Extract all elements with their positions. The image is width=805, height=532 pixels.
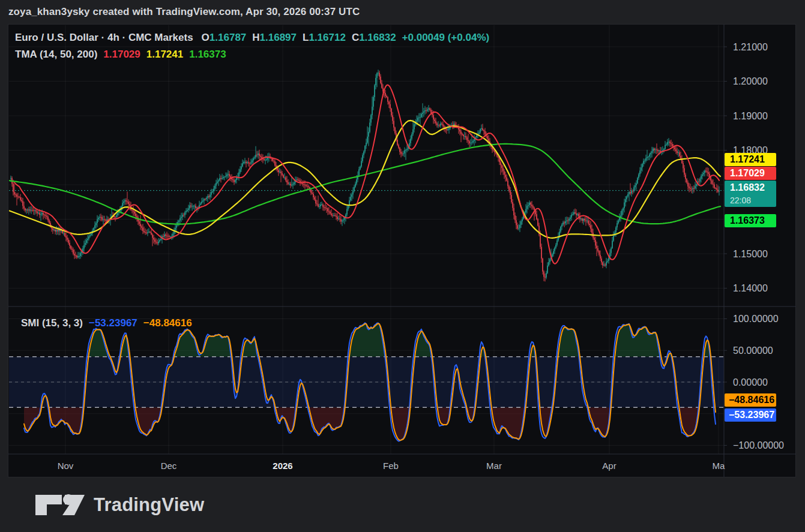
- smi-legend[interactable]: SMI (15, 3, 3) −53.23967 −48.84616: [21, 317, 192, 329]
- tma14-price-tag: 1.17029: [725, 167, 776, 180]
- svg-text:Nov: Nov: [58, 461, 74, 471]
- ohlc-open-label: O: [202, 32, 210, 44]
- attribution-text: zoya_khan3ysky created with TradingView.…: [8, 6, 360, 18]
- tma200-price-tag: 1.16373: [725, 214, 776, 227]
- tradingview-logo-icon[interactable]: [34, 490, 86, 520]
- tma200-value: 1.16373: [189, 49, 226, 61]
- tma-label: TMA (14, 50, 200): [15, 49, 97, 61]
- ohlc-high-label: H: [252, 32, 259, 44]
- svg-text:Feb: Feb: [383, 461, 399, 471]
- ohlc-open-value: 1.16787: [210, 32, 246, 44]
- svg-text:100.00000: 100.00000: [733, 314, 779, 324]
- smi-signal-tag: −48.84616: [725, 393, 776, 407]
- ohlc-high-value: 1.16897: [260, 32, 297, 44]
- ohlc-low-value: 1.16712: [309, 32, 345, 44]
- tma50-value: 1.17241: [146, 49, 183, 61]
- symbol-legend[interactable]: Euro / U.S. Dollar · 4h · CMC Markets O1…: [15, 32, 489, 44]
- svg-text:0.00000: 0.00000: [733, 377, 768, 387]
- last-price-value: 1.16832: [730, 181, 776, 195]
- ohlc-close-label: C: [352, 32, 359, 44]
- svg-text:Ma: Ma: [713, 461, 725, 471]
- tma14-value: 1.17029: [103, 49, 140, 61]
- chart-widget[interactable]: 1.210001.200001.190001.180001.150001.140…: [8, 24, 796, 477]
- smi-main-tag: −53.23967: [725, 408, 776, 422]
- main-pane: [9, 70, 724, 281]
- last-price-tag: 1.16832 22:08: [725, 181, 776, 207]
- ohlc-low-label: L: [303, 32, 309, 44]
- svg-text:Apr: Apr: [602, 461, 616, 471]
- tma-legend[interactable]: TMA (14, 50, 200) 1.17029 1.17241 1.1637…: [15, 49, 226, 61]
- svg-text:1.19000: 1.19000: [733, 111, 768, 121]
- svg-text:Mar: Mar: [486, 461, 502, 471]
- footer: TradingView: [0, 477, 805, 532]
- svg-text:50.00000: 50.00000: [733, 345, 773, 356]
- svg-text:2026: 2026: [273, 461, 292, 471]
- brand-name[interactable]: TradingView: [94, 494, 204, 516]
- ohlc-change: +0.00049 (+0.04%): [402, 32, 490, 44]
- smi-label: SMI (15, 3, 3): [21, 317, 83, 329]
- ohlc-close-value: 1.16832: [359, 32, 396, 44]
- svg-text:1.21000: 1.21000: [733, 42, 768, 52]
- symbol-title: Euro / U.S. Dollar · 4h · CMC Markets: [15, 32, 193, 44]
- smi-main-value: −53.23967: [89, 317, 137, 329]
- svg-text:Dec: Dec: [161, 461, 177, 471]
- svg-text:1.14000: 1.14000: [733, 283, 768, 293]
- smi-pane: [9, 323, 724, 441]
- tradingview-snapshot: { "header": { "attribution": "zoya_khan3…: [0, 0, 805, 532]
- svg-text:1.20000: 1.20000: [733, 76, 768, 86]
- svg-text:1.15000: 1.15000: [733, 249, 768, 259]
- bar-countdown: 22:08: [730, 195, 776, 206]
- smi-signal-value: −48.84616: [143, 317, 192, 329]
- tma50-price-tag: 1.17241: [725, 153, 776, 166]
- chart-canvas[interactable]: 1.210001.200001.190001.180001.150001.140…: [8, 25, 797, 477]
- attribution-header: zoya_khan3ysky created with TradingView.…: [0, 0, 805, 24]
- svg-text:−100.00000: −100.00000: [733, 440, 784, 450]
